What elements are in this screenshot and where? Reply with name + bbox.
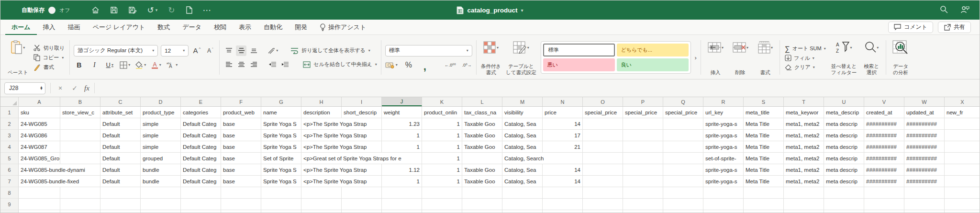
cell-A1[interactable]: sku [19, 107, 60, 118]
cell-W5[interactable]: ########## [904, 153, 945, 164]
orientation-button[interactable]: ▾ [267, 45, 278, 56]
cell-W6[interactable]: ########## [904, 164, 945, 176]
cell-S5[interactable]: Meta Title [744, 153, 784, 164]
cell-B8[interactable] [60, 187, 100, 199]
cell-K7[interactable]: 1 [422, 176, 462, 187]
cell-N8[interactable] [543, 187, 583, 199]
column-header-Q[interactable]: Q [663, 97, 703, 106]
row-header-2[interactable]: 2 [0, 118, 19, 130]
cell-S2[interactable]: Meta Title [744, 118, 784, 130]
cell-H6[interactable]: <p>The Sprite Yoga Strap [301, 164, 382, 176]
cell-X10[interactable] [945, 210, 980, 213]
cell-G6[interactable]: Sprite Yoga S [261, 164, 301, 176]
cell-K9[interactable] [422, 199, 462, 210]
cell-G10[interactable] [261, 210, 301, 213]
cell-T2[interactable]: meta1, meta2 [784, 118, 824, 130]
cell-T7[interactable]: meta1, meta2 [784, 176, 824, 187]
cell-D3[interactable]: simple [141, 130, 181, 141]
cell-D9[interactable] [141, 199, 181, 210]
cell-X8[interactable] [945, 187, 980, 199]
cell-H10[interactable] [301, 210, 342, 213]
cell-M3[interactable]: Catalog, Sea [502, 130, 543, 141]
cell-W9[interactable] [904, 199, 945, 210]
cell-O6[interactable] [583, 164, 623, 176]
column-header-E[interactable]: E [181, 97, 221, 106]
cell-E8[interactable] [181, 187, 221, 199]
tab-draw[interactable]: 描画 [62, 20, 87, 35]
cell-A2[interactable]: 24-WG085 [19, 118, 60, 130]
format-painter-button[interactable]: 書式 [33, 64, 65, 71]
cell-L5[interactable] [462, 153, 502, 164]
cell-M2[interactable]: Catalog, Sea [502, 118, 543, 130]
cell-R6[interactable]: sprite-yoga-s [703, 164, 744, 176]
column-header-X[interactable]: X [945, 97, 980, 106]
cell-A5[interactable]: 24-WG085_Group [19, 153, 60, 164]
cell-M4[interactable]: Catalog, Sea [502, 141, 543, 153]
cell-F2[interactable]: base [221, 118, 261, 130]
cell-Q8[interactable] [663, 187, 703, 199]
cell-F8[interactable] [221, 187, 261, 199]
cell-X6[interactable] [945, 164, 980, 176]
cell-Q3[interactable] [663, 130, 703, 141]
cell-C2[interactable]: Default [100, 118, 141, 130]
cell-A9[interactable] [19, 199, 60, 210]
cell-U1[interactable]: meta_descrip [824, 107, 864, 118]
cell-Q4[interactable] [663, 141, 703, 153]
undo-button[interactable]: ↺▾ [147, 6, 158, 14]
column-header-C[interactable]: C [100, 97, 141, 106]
column-header-D[interactable]: D [141, 97, 181, 106]
cell-K3[interactable]: 1 [422, 130, 462, 141]
cell-J3[interactable]: 1 [382, 130, 422, 141]
cell-S3[interactable]: Meta Title [744, 130, 784, 141]
cell-G4[interactable]: Sprite Yoga S [261, 141, 301, 153]
decrease-decimal-button[interactable]: ←.0⁰⁰ [445, 60, 456, 70]
cell-B2[interactable] [60, 118, 100, 130]
cell-S10[interactable] [744, 210, 784, 213]
insert-cells-button[interactable]: ▾ 挿入 [703, 37, 728, 78]
cell-C3[interactable]: Default [100, 130, 141, 141]
cell-B5[interactable] [60, 153, 100, 164]
cell-A4[interactable]: 24-WG087 [19, 141, 60, 153]
cell-V2[interactable]: ########## [864, 118, 904, 130]
cell-R7[interactable]: sprite-yoga-s [703, 176, 744, 187]
cell-R2[interactable]: sprite-yoga-s [703, 118, 744, 130]
cell-O7[interactable] [583, 176, 623, 187]
cell-K2[interactable]: 1 [422, 118, 462, 130]
share-button[interactable]: 共有 [938, 22, 971, 33]
cell-U7[interactable]: meta descrip [824, 176, 864, 187]
cell-B1[interactable]: store_view_c [60, 107, 100, 118]
cell-O2[interactable] [583, 118, 623, 130]
cut-button[interactable]: 切り取り [33, 45, 65, 52]
paste-button[interactable]: ▾ ペースト [5, 37, 31, 78]
sort-filter-button[interactable]: AZ ▾ 並べ替えと フィルター [829, 37, 859, 78]
cell-O4[interactable] [583, 141, 623, 153]
cell-D2[interactable]: simple [141, 118, 181, 130]
cell-O8[interactable] [583, 187, 623, 199]
cell-K8[interactable] [422, 187, 462, 199]
cell-J7[interactable]: 1 [382, 176, 422, 187]
cell-M9[interactable] [502, 199, 543, 210]
cell-J6[interactable]: 1.12 [382, 164, 422, 176]
cell-U10[interactable] [824, 210, 864, 213]
cell-M5[interactable]: Catalog, Search [502, 153, 583, 164]
cell-C5[interactable]: Default [100, 153, 141, 164]
cell-J1[interactable]: weight [382, 107, 422, 118]
cell-F5[interactable]: base [221, 153, 261, 164]
cell-M7[interactable]: Catalog, Sea [502, 176, 543, 187]
cell-S9[interactable] [744, 199, 784, 210]
cell-A6[interactable]: 24-WG085-bundle-dynami [19, 164, 100, 176]
cell-H2[interactable]: <p>The Sprite Yoga Strap [301, 118, 382, 130]
cell-U2[interactable]: meta descrip [824, 118, 864, 130]
cell-L8[interactable] [462, 187, 502, 199]
cell-M6[interactable]: Catalog, Sea [502, 164, 543, 176]
cell-E1[interactable]: categories [181, 107, 221, 118]
cell-Q5[interactable] [663, 153, 703, 164]
cell-Q9[interactable] [663, 199, 703, 210]
italic-button[interactable]: I [89, 60, 100, 70]
cell-I8[interactable] [342, 187, 382, 199]
cell-T6[interactable]: meta1, meta2 [784, 164, 824, 176]
column-header-W[interactable]: W [904, 97, 945, 106]
cell-A8[interactable] [19, 187, 60, 199]
save-button[interactable] [110, 6, 118, 14]
cell-N6[interactable]: 14 [543, 164, 583, 176]
